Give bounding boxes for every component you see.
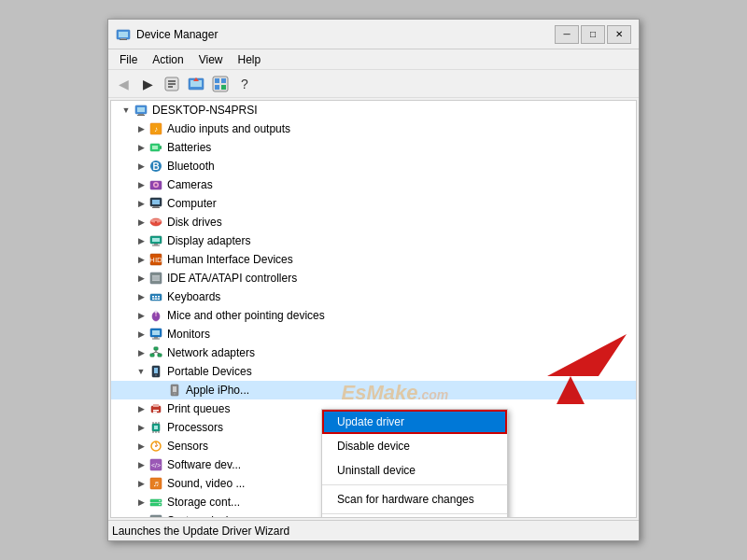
tree-hid[interactable]: ▶ HID Human Interface Devices [111, 250, 636, 269]
svg-rect-58 [152, 330, 160, 335]
apple-icon [167, 383, 182, 398]
storage-toggle[interactable]: ▶ [134, 495, 148, 510]
menu-action[interactable]: Action [145, 51, 190, 68]
root-toggle[interactable]: ▼ [119, 103, 134, 118]
print-toggle[interactable]: ▶ [134, 401, 148, 416]
svg-rect-12 [215, 78, 219, 83]
tree-monitors[interactable]: ▶ Monitors [111, 325, 636, 343]
svg-rect-52 [155, 299, 158, 301]
minimize-button[interactable]: ─ [555, 25, 579, 44]
tree-display[interactable]: ▶ Display adapters [111, 231, 636, 250]
context-update-driver[interactable]: Update driver [322, 410, 507, 434]
tree-batteries[interactable]: ▶ Batteries [111, 138, 636, 157]
network-toggle[interactable]: ▶ [134, 345, 148, 360]
system-toggle[interactable]: ▶ [134, 513, 148, 518]
cameras-toggle[interactable]: ▶ [134, 177, 148, 192]
system-icon [148, 513, 163, 518]
tree-network[interactable]: ▶ Network adapters [111, 343, 636, 362]
audio-label: Audio inputs and outputs [167, 122, 290, 135]
sensors-toggle[interactable]: ▶ [134, 439, 148, 454]
svg-rect-49 [155, 296, 157, 298]
storage-label: Storage cont... [167, 496, 240, 509]
keyboards-label: Keyboards [167, 290, 220, 303]
svg-rect-39 [154, 244, 158, 245]
close-button[interactable]: ✕ [607, 25, 631, 44]
tree-audio[interactable]: ▶ ♪ Audio inputs and outputs [111, 119, 636, 138]
tree-apple-iphone[interactable]: Apple iPho... [111, 381, 636, 399]
tree-portable[interactable]: ▼ Portable Devices [111, 362, 636, 381]
batteries-toggle[interactable]: ▶ [134, 140, 148, 155]
network-icon [148, 345, 163, 360]
keyboards-toggle[interactable]: ▶ [134, 289, 148, 304]
portable-label: Portable Devices [167, 365, 252, 378]
back-button[interactable]: ◀ [112, 73, 134, 95]
device-tree[interactable]: ▼ DESKTOP-NS4PRSI ▶ ♪ [110, 100, 637, 518]
hid-label: Human Interface Devices [167, 253, 293, 266]
tree-ide[interactable]: ▶ IDE ATA/ATAPI controllers [111, 269, 636, 287]
hid-toggle[interactable]: ▶ [134, 252, 148, 267]
maximize-button[interactable]: □ [581, 25, 605, 44]
svg-rect-74 [153, 404, 159, 407]
svg-rect-33 [152, 207, 160, 208]
svg-rect-61 [154, 347, 158, 350]
software-toggle[interactable]: ▶ [134, 457, 148, 472]
system-label: System devic... [167, 514, 243, 518]
svg-rect-59 [154, 337, 158, 339]
properties-button[interactable] [161, 73, 183, 95]
root-label: DESKTOP-NS4PRSI [152, 104, 257, 117]
bluetooth-toggle[interactable]: ▶ [134, 159, 148, 174]
svg-point-72 [174, 393, 176, 395]
bluetooth-label: Bluetooth [167, 160, 215, 173]
menu-help[interactable]: Help [231, 51, 269, 68]
tree-mice[interactable]: ▶ Mice and other pointing devices [111, 306, 636, 325]
display-toggle[interactable]: ▶ [134, 233, 148, 248]
svg-rect-1 [119, 32, 128, 37]
processors-label: Processors [167, 421, 223, 434]
status-bar: Launches the Update Driver Wizard [108, 520, 639, 540]
update-driver-button[interactable] [185, 73, 207, 95]
portable-toggle[interactable]: ▼ [134, 364, 148, 379]
svg-point-69 [155, 374, 157, 376]
svg-rect-17 [137, 107, 145, 112]
svg-rect-48 [152, 296, 154, 298]
menu-file[interactable]: File [112, 51, 145, 68]
tree-disk[interactable]: ▶ Disk drives [111, 213, 636, 231]
context-uninstall-device[interactable]: Uninstall device [322, 458, 507, 483]
help-button[interactable]: ? [233, 73, 256, 95]
monitors-toggle[interactable]: ▶ [134, 327, 148, 342]
context-disable-device[interactable]: Disable device [322, 434, 507, 458]
menu-view[interactable]: View [191, 51, 231, 68]
svg-rect-32 [153, 206, 159, 207]
audio-icon: ♪ [148, 121, 163, 136]
context-scan-changes[interactable]: Scan for hardware changes [322, 487, 507, 511]
window-controls: ─ □ ✕ [555, 25, 631, 44]
menu-bar: File Action View Help [108, 49, 639, 70]
tree-cameras[interactable]: ▶ Cameras [111, 175, 636, 194]
svg-rect-97 [150, 515, 162, 518]
forward-button[interactable]: ▶ [136, 73, 159, 95]
tree-computer[interactable]: ▶ Computer [111, 194, 636, 213]
tree-keyboards[interactable]: ▶ Keyboards [111, 287, 636, 306]
mice-toggle[interactable]: ▶ [134, 308, 148, 323]
apple-label: Apple iPho... [186, 384, 249, 397]
mice-label: Mice and other pointing devices [167, 309, 325, 322]
audio-toggle[interactable]: ▶ [134, 121, 148, 136]
disk-icon [148, 215, 163, 230]
device-manager-window: Device Manager ─ □ ✕ File Action View He… [107, 19, 640, 541]
scan-changes-button[interactable] [209, 73, 232, 95]
sensors-icon [148, 439, 163, 454]
tree-root[interactable]: ▼ DESKTOP-NS4PRSI [111, 101, 636, 119]
sound-toggle[interactable]: ▶ [134, 476, 148, 491]
svg-rect-68 [154, 368, 158, 373]
display-icon [148, 233, 163, 248]
batteries-icon [148, 140, 163, 155]
disk-toggle[interactable]: ▶ [134, 215, 148, 230]
tree-bluetooth[interactable]: ▶ B Bluetooth [111, 157, 636, 175]
print-label: Print queues [167, 402, 230, 415]
processors-toggle[interactable]: ▶ [134, 420, 148, 435]
ide-toggle[interactable]: ▶ [134, 271, 148, 286]
computer-toggle[interactable]: ▶ [134, 196, 148, 211]
svg-rect-13 [221, 78, 226, 83]
svg-rect-19 [137, 115, 145, 116]
sensors-label: Sensors [167, 440, 208, 453]
